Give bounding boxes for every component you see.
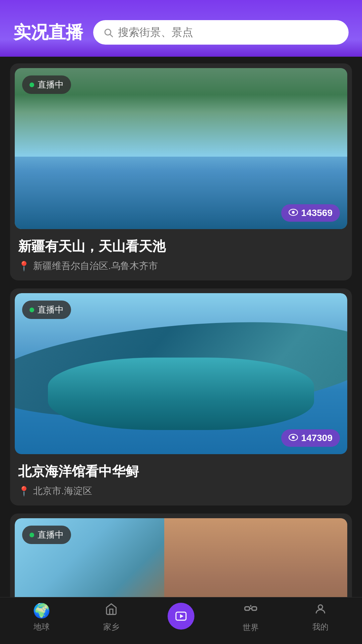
bottom-nav: 🌍 地球 家乡 世界 xyxy=(0,597,362,644)
card-beijing-title: 北京海洋馆看中华鲟 xyxy=(18,462,344,481)
card-beijing-info: 北京海洋馆看中华鲟 📍 北京市.海淀区 xyxy=(10,459,352,505)
nav-item-earth[interactable]: 🌍 地球 xyxy=(7,602,76,632)
card-beijing-location-text: 北京市.海淀区 xyxy=(33,485,92,497)
mine-icon xyxy=(314,603,327,619)
view-badge-beijing: 147309 xyxy=(281,429,340,447)
view-count-xinjiang: 143569 xyxy=(301,208,333,218)
svg-rect-11 xyxy=(252,607,257,610)
live-badge-beijing: 直播中 xyxy=(22,301,71,319)
live-icon xyxy=(168,603,194,630)
svg-rect-10 xyxy=(245,607,250,610)
content-area: 直播中 143569 新疆有天山，天山看天池 📍 新疆维吾尔自治区.乌鲁木齐市 xyxy=(0,57,362,644)
home-icon xyxy=(105,603,118,619)
search-input[interactable] xyxy=(118,26,339,39)
svg-point-14 xyxy=(318,605,323,609)
location-icon-beijing: 📍 xyxy=(18,486,30,497)
live-text-xinjiang: 直播中 xyxy=(38,79,64,91)
card-beijing-location: 📍 北京市.海淀区 xyxy=(18,485,344,497)
live-badge-chongqing: 直播中 xyxy=(22,526,71,544)
live-text-beijing: 直播中 xyxy=(38,304,64,316)
card-xinjiang-image-wrap: 直播中 143569 xyxy=(15,68,347,229)
header-title: 实况直播 xyxy=(13,21,83,44)
svg-marker-9 xyxy=(180,614,184,618)
card-beijing[interactable]: 直播中 147309 北京海洋馆看中华鲟 📍 北京市.海淀区 xyxy=(10,288,352,505)
card-xinjiang-location: 📍 新疆维吾尔自治区.乌鲁木齐市 xyxy=(18,260,344,272)
live-text-chongqing: 直播中 xyxy=(38,529,64,541)
view-icon-beijing xyxy=(289,433,298,443)
nav-label-earth: 地球 xyxy=(34,622,50,632)
svg-line-1 xyxy=(110,35,112,37)
svg-point-3 xyxy=(292,211,294,213)
live-dot-xinjiang xyxy=(29,83,34,87)
nav-item-live[interactable] xyxy=(146,603,216,632)
nav-label-mine: 我的 xyxy=(312,622,328,632)
nav-item-world[interactable]: 世界 xyxy=(216,602,286,633)
search-bar[interactable] xyxy=(93,20,349,45)
live-dot-chongqing xyxy=(29,533,34,537)
earth-icon: 🌍 xyxy=(33,602,50,619)
location-icon-xinjiang: 📍 xyxy=(18,261,30,272)
header: 实况直播 xyxy=(0,0,362,57)
card-xinjiang-title: 新疆有天山，天山看天池 xyxy=(18,237,344,256)
world-icon xyxy=(244,602,258,620)
nav-item-home[interactable]: 家乡 xyxy=(76,603,146,632)
live-badge-xinjiang: 直播中 xyxy=(22,75,71,94)
nav-label-home: 家乡 xyxy=(103,622,119,632)
view-count-beijing: 147309 xyxy=(301,433,333,443)
view-icon-xinjiang xyxy=(289,208,298,218)
svg-point-5 xyxy=(292,436,294,438)
card-beijing-image-wrap: 直播中 147309 xyxy=(15,293,347,454)
card-xinjiang-location-text: 新疆维吾尔自治区.乌鲁木齐市 xyxy=(33,260,158,272)
search-icon xyxy=(103,28,113,38)
card-xinjiang-info: 新疆有天山，天山看天池 📍 新疆维吾尔自治区.乌鲁木齐市 xyxy=(10,234,352,280)
view-badge-xinjiang: 143569 xyxy=(281,204,340,222)
nav-item-mine[interactable]: 我的 xyxy=(286,603,355,632)
live-dot-beijing xyxy=(29,308,34,312)
card-xinjiang[interactable]: 直播中 143569 新疆有天山，天山看天池 📍 新疆维吾尔自治区.乌鲁木齐市 xyxy=(10,63,352,280)
svg-point-0 xyxy=(105,29,111,35)
nav-label-world: 世界 xyxy=(243,622,259,633)
